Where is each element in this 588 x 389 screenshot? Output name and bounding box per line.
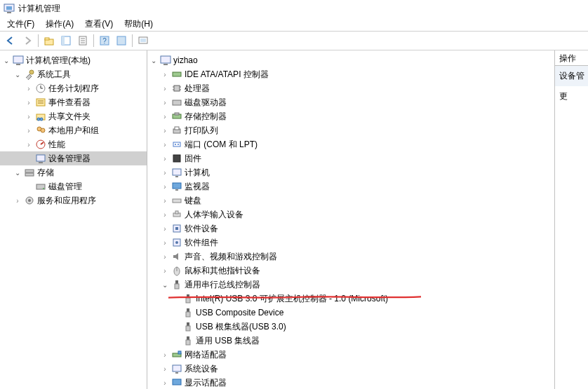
menu-action[interactable]: 操作(A) <box>40 18 79 30</box>
tree-system-tools[interactable]: 系统工具 <box>0 67 147 81</box>
menu-view[interactable]: 查看(V) <box>79 18 119 30</box>
device-label: 通用串行总线控制器 <box>185 279 260 291</box>
help-button[interactable]: ? <box>97 33 112 48</box>
console-tree[interactable]: 计算机管理(本地) 系统工具 任务计划程序 事件查看器 共享文件夹 <box>0 53 147 207</box>
device-label: 打印队列 <box>185 125 218 137</box>
toggle-icon[interactable] <box>160 365 170 373</box>
tree-label: 计算机管理(本地) <box>26 55 91 67</box>
cat-cpu[interactable]: 处理器 <box>147 81 554 95</box>
toggle-icon[interactable] <box>160 281 170 289</box>
tree-services-apps[interactable]: 服务和应用程序 <box>0 193 147 207</box>
svg-rect-1 <box>6 6 12 10</box>
device-label: 键盘 <box>185 195 201 207</box>
cat-hid[interactable]: 人体学输入设备 <box>147 207 554 221</box>
device-root[interactable]: yizhao <box>147 53 554 67</box>
toggle-icon[interactable] <box>13 71 22 79</box>
toggle-icon[interactable] <box>160 85 170 93</box>
cat-storage-ctrl[interactable]: 存储控制器 <box>147 109 554 123</box>
toggle-icon[interactable] <box>149 57 159 64</box>
toggle-icon[interactable] <box>160 127 170 135</box>
cat-display[interactable]: 显示话配器 <box>147 376 554 389</box>
menu-file[interactable]: 文件(F) <box>1 18 40 30</box>
cat-computers[interactable]: 计算机 <box>147 165 554 179</box>
device-usb-generic-hub[interactable]: 通用 USB 集线器 <box>147 334 554 348</box>
toggle-icon[interactable] <box>160 211 170 219</box>
device-tree[interactable]: yizhao IDE ATA/ATAPI 控制器 处理器 磁盘驱动器 存储控制器 <box>147 53 554 389</box>
device-label: IDE ATA/ATAPI 控制器 <box>185 69 269 81</box>
back-button[interactable] <box>3 33 18 48</box>
toggle-icon[interactable] <box>1 57 11 64</box>
actions-row[interactable]: 设备管 <box>555 66 588 86</box>
forward-button[interactable] <box>20 33 35 48</box>
tree-event-viewer[interactable]: 事件查看器 <box>0 95 147 109</box>
svg-rect-6 <box>62 36 65 45</box>
toggle-icon[interactable] <box>160 239 170 247</box>
properties-button[interactable] <box>75 33 91 48</box>
tree-root[interactable]: 计算机管理(本地) <box>0 53 147 67</box>
toggle-icon[interactable] <box>160 351 170 359</box>
cat-keyboards[interactable]: 键盘 <box>147 193 554 207</box>
device-label: yizhao <box>173 55 198 65</box>
toggle-icon[interactable] <box>160 155 170 163</box>
cat-print-queues[interactable]: 打印队列 <box>147 123 554 137</box>
tree-performance[interactable]: 性能 <box>0 137 147 151</box>
cat-software-dev[interactable]: 软件设备 <box>147 221 554 236</box>
disk-icon <box>35 181 46 192</box>
scan-button[interactable] <box>135 33 151 48</box>
toggle-icon[interactable] <box>160 141 170 149</box>
cat-mice[interactable]: 鼠标和其他指针设备 <box>147 264 554 278</box>
svg-rect-59 <box>173 183 181 189</box>
tree-disk-mgmt[interactable]: 磁盘管理 <box>0 179 147 193</box>
toolbar-separator <box>38 34 39 47</box>
toggle-icon[interactable] <box>160 197 170 205</box>
menu-help[interactable]: 帮助(H) <box>119 18 159 30</box>
toggle-icon[interactable] <box>160 267 170 275</box>
toggle-icon[interactable] <box>13 197 22 205</box>
device-usb-composite[interactable]: USB Composite Device <box>147 306 554 320</box>
cat-firmware[interactable]: 固件 <box>147 151 554 165</box>
cat-network[interactable]: 网络适配器 <box>147 348 554 362</box>
cat-system-devices[interactable]: 系统设备 <box>147 362 554 376</box>
toggle-icon[interactable] <box>13 169 22 177</box>
tree-device-manager[interactable]: 设备管理器 <box>0 151 147 165</box>
toggle-icon[interactable] <box>24 127 34 135</box>
cat-usb-ctrl[interactable]: 通用串行总线控制器 <box>147 278 554 292</box>
cat-sound[interactable]: 声音、视频和游戏控制器 <box>147 250 554 264</box>
device-usb-root-hub[interactable]: USB 根集线器(USB 3.0) <box>147 320 554 334</box>
tree-shared-folders[interactable]: 共享文件夹 <box>0 109 147 123</box>
toggle-icon[interactable] <box>24 113 34 121</box>
device-label: 系统设备 <box>185 363 218 375</box>
tree-storage[interactable]: 存储 <box>0 165 147 179</box>
toggle-icon[interactable] <box>160 169 170 177</box>
cat-ports[interactable]: 端口 (COM 和 LPT) <box>147 137 554 151</box>
cat-disk-drives[interactable]: 磁盘驱动器 <box>147 95 554 109</box>
actions-row[interactable]: 更 <box>555 86 588 107</box>
tree-task-scheduler[interactable]: 任务计划程序 <box>0 81 147 95</box>
refresh-button[interactable] <box>114 33 129 48</box>
toggle-icon[interactable] <box>160 71 170 79</box>
toolbar: ? <box>0 31 588 50</box>
toggle-icon[interactable] <box>160 99 170 107</box>
toggle-icon[interactable] <box>160 379 170 387</box>
toggle-icon[interactable] <box>160 225 170 233</box>
toggle-icon[interactable] <box>24 141 34 149</box>
svg-rect-17 <box>16 64 20 65</box>
svg-rect-60 <box>175 189 178 191</box>
up-button[interactable] <box>41 33 57 48</box>
cat-ide[interactable]: IDE ATA/ATAPI 控制器 <box>147 67 554 81</box>
toggle-icon[interactable] <box>160 183 170 191</box>
toggle-icon[interactable] <box>24 85 34 93</box>
cat-monitors[interactable]: 监视器 <box>147 179 554 193</box>
tree-local-users[interactable]: 本地用户和组 <box>0 123 147 137</box>
cat-software-comp[interactable]: 软件组件 <box>147 236 554 250</box>
device-label: 网络适配器 <box>185 349 227 361</box>
computer-icon <box>160 55 171 66</box>
device-usb-intel[interactable]: Intel(R) USB 3.0 可扩展主机控制器 - 1.0 (Microso… <box>147 292 554 306</box>
toggle-icon[interactable] <box>160 253 170 261</box>
show-hide-tree-button[interactable] <box>58 33 74 48</box>
toggle-icon[interactable] <box>160 113 170 121</box>
mid-pane: yizhao IDE ATA/ATAPI 控制器 处理器 磁盘驱动器 存储控制器 <box>147 50 554 389</box>
tree-label: 性能 <box>48 139 65 151</box>
toggle-icon[interactable] <box>24 99 34 107</box>
tree-label: 系统工具 <box>37 69 71 81</box>
